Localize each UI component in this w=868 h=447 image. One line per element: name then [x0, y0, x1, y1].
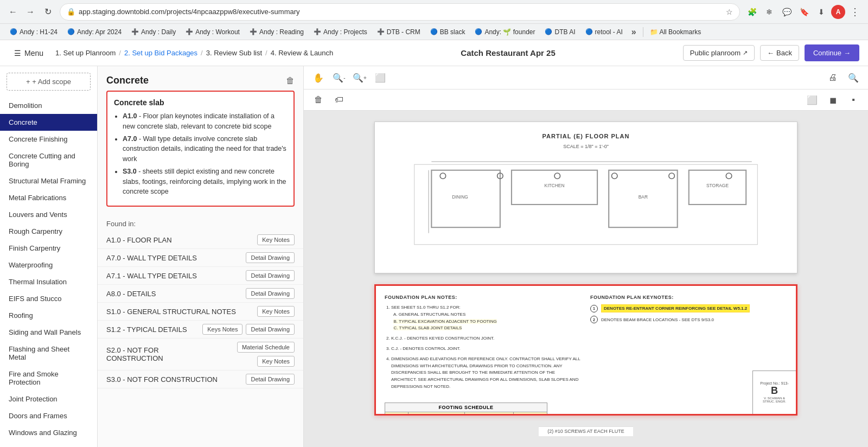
sidebar-item-walls[interactable]: Walls and Ceilings	[0, 441, 97, 447]
sidebar: + + Add scope Demolition Concrete Concre…	[0, 66, 98, 447]
bookmark-h124[interactable]: 🔵 Andy : H1-24	[5, 27, 62, 37]
print-button[interactable]: 🖨	[825, 69, 841, 86]
bookmarks-more-button[interactable]: »	[628, 26, 640, 38]
tag-key-notes[interactable]: Key Notes	[257, 234, 295, 245]
nav-buttons[interactable]: ← → ↻	[5, 4, 55, 20]
delete-page-button[interactable]: 🗑	[310, 92, 327, 108]
breadcrumb-step-2[interactable]: 2. Set up Bid Packages	[124, 49, 197, 57]
sidebar-item-louvers[interactable]: Louvers and Vents	[0, 206, 97, 223]
public-planroom-button[interactable]: Public planroom ↗	[683, 45, 755, 61]
chat-icon[interactable]: 💬	[779, 4, 794, 20]
view-toggle-2[interactable]: ◼	[825, 92, 841, 108]
reload-button[interactable]: ↻	[40, 4, 55, 20]
zoom-in-button[interactable]: 🔍+	[352, 69, 368, 86]
bookmark-apr2024[interactable]: 🔵 Andy: Apr 2024	[63, 27, 126, 37]
drawing-row-a70: A7.0 - WALL TYPE DETAILS Detail Drawing	[98, 249, 303, 267]
delete-scope-button[interactable]: 🗑	[286, 76, 295, 86]
forward-nav-button[interactable]: →	[23, 4, 38, 20]
breadcrumb-step-4[interactable]: 4. Review & Launch	[271, 49, 334, 57]
drawing-tags: Key Notes	[257, 234, 295, 245]
hand-tool-button[interactable]: ✋	[310, 69, 327, 86]
keynote-number-2: 2	[590, 316, 598, 323]
tag-material-schedule[interactable]: Material Schedule	[237, 342, 295, 353]
breadcrumb-sep-3: /	[265, 49, 267, 57]
back-button[interactable]: ← Back	[760, 45, 799, 61]
more-menu-button[interactable]: ⋮	[847, 4, 863, 20]
sidebar-item-concrete-finishing[interactable]: Concrete Finishing	[0, 131, 97, 148]
sidebar-item-structural-metal[interactable]: Structural Metal Framing	[0, 173, 97, 189]
star-icon[interactable]: ☆	[726, 8, 733, 16]
profile-button[interactable]: A	[831, 5, 845, 19]
sidebar-item-fire[interactable]: Fire and Smoke Protection	[0, 366, 97, 391]
sidebar-item-thermal[interactable]: Thermal Insulation	[0, 273, 97, 290]
sidebar-item-joint[interactable]: Joint Protection	[0, 391, 97, 407]
sidebar-item-concrete-cutting[interactable]: Concrete Cutting and Boring	[0, 148, 97, 173]
bookmark-retool[interactable]: 🔵 retool - AI	[581, 27, 627, 37]
firm-name: V. SCHWAN &STRUC. ENGR.	[763, 397, 786, 403]
arrow-left-icon: ←	[767, 49, 774, 57]
col-size: SIZE	[408, 412, 464, 416]
tag-detail-drawing-a71[interactable]: Detail Drawing	[246, 270, 295, 281]
add-scope-button[interactable]: + + Add scope	[7, 73, 91, 91]
drawing-row-a71: A7.1 - WALL TYPE DETAILS Detail Drawing	[98, 267, 303, 285]
foundation-plan-page: FOUNDATION PLAN NOTES: SEE SHEET S1.0 TH…	[374, 284, 797, 416]
drawing-tags-a71: Detail Drawing	[246, 270, 295, 281]
menu-label: Menu	[24, 49, 43, 58]
sidebar-item-rough-carpentry[interactable]: Rough Carpentry	[0, 223, 97, 240]
bookmark-founder[interactable]: 🔵 Andy: 🌱 founder	[470, 27, 539, 37]
footing-schedule-table: FOOTING SCHEDULE MARK SIZE REINFORCING R…	[385, 403, 547, 416]
url-input[interactable]	[79, 8, 723, 16]
fit-page-button[interactable]: ⬜	[372, 69, 388, 86]
tag-detail-drawing-a80[interactable]: Detail Drawing	[246, 288, 295, 299]
bookmark-slack[interactable]: 🔵 BB slack	[426, 27, 470, 37]
bookmark-crm[interactable]: ➕ DTB - CRM	[373, 27, 425, 37]
drawing-name-a70: A7.0 - WALL TYPE DETAILS	[106, 254, 197, 262]
tag-detail-drawing-s30[interactable]: Detail Drawing	[246, 374, 295, 385]
ai-analysis-title: Concrete slab	[114, 98, 287, 107]
address-bar[interactable]: 🔒 ☆	[60, 3, 740, 21]
drawing-row-s10: S1.0 - GENERAL STRUCTURAL NOTES Key Note…	[98, 303, 303, 321]
continue-button[interactable]: Continue →	[805, 44, 859, 61]
public-planroom-label: Public planroom	[690, 49, 741, 57]
bookmark-daily[interactable]: ➕ Andy : Daily	[127, 27, 180, 37]
tag-key-notes-s10[interactable]: Key Notes	[257, 306, 295, 317]
bookmark-dtb-ai[interactable]: 🔵 DTB AI	[540, 27, 579, 37]
view-toggle-1[interactable]: ⬜	[804, 92, 820, 108]
sidebar-item-roofing[interactable]: Roofing	[0, 307, 97, 324]
menu-button[interactable]: ☰ Menu	[9, 46, 49, 61]
sidebar-item-concrete[interactable]: Concrete	[0, 114, 97, 131]
sidebar-item-doors[interactable]: Doors and Frames	[0, 407, 97, 424]
view-toggle-3[interactable]: ▪	[845, 92, 861, 108]
zoom-out-button[interactable]: 🔍-	[331, 69, 347, 86]
breadcrumb: 1. Set up Planroom / 2. Set up Bid Packa…	[55, 49, 333, 57]
back-nav-button[interactable]: ←	[5, 4, 21, 20]
bookmark-reading[interactable]: ➕ Andy : Reading	[245, 27, 308, 37]
bookmark-projects[interactable]: ➕ Andy : Projects	[309, 27, 372, 37]
sidebar-item-demolition[interactable]: Demolition	[0, 97, 97, 114]
tag-key-notes-s12[interactable]: Keys Notes	[202, 324, 242, 335]
breadcrumb-step-3[interactable]: 3. Review Sub list	[206, 49, 262, 57]
search-button[interactable]: 🔍	[845, 69, 861, 86]
tag-detail-drawing-a70[interactable]: Detail Drawing	[246, 252, 295, 263]
sidebar-item-finish-carpentry[interactable]: Finish Carpentry	[0, 240, 97, 257]
tag-detail-drawing-s12[interactable]: Detail Drawing	[246, 324, 295, 335]
tag-key-notes-s20[interactable]: Key Notes	[257, 356, 295, 367]
tag-button[interactable]: 🏷	[331, 92, 347, 108]
sidebar-item-flashing[interactable]: Flashing and Sheet Metal	[0, 341, 97, 366]
extensions-icon[interactable]: 🧩	[744, 4, 760, 20]
sidebar-item-waterproofing[interactable]: Waterproofing	[0, 257, 97, 273]
bookmark-label-5: Andy : Reading	[259, 28, 304, 36]
browser-actions[interactable]: 🧩 ❄ 💬 🔖 ⬇ A ⋮	[744, 4, 863, 20]
sidebar-item-eifs[interactable]: EIFS and Stucco	[0, 290, 97, 307]
viewer-content[interactable]: PARTIAL (E) FLOOR PLAN SCALE = 1/8" = 1'…	[304, 111, 868, 447]
download-icon[interactable]: ⬇	[814, 4, 829, 20]
all-bookmarks-button[interactable]: 📁 All Bookmarks	[647, 27, 704, 37]
sidebar-item-windows[interactable]: Windows and Glazing	[0, 424, 97, 441]
breadcrumb-step-1[interactable]: 1. Set up Planroom	[55, 49, 116, 57]
middle-panel: Concrete 🗑 Concrete slab A1.0 - Floor pl…	[98, 66, 304, 447]
bookmark-icon[interactable]: 🔖	[796, 4, 812, 20]
snowflake-icon[interactable]: ❄	[762, 4, 777, 20]
sidebar-item-siding[interactable]: Siding and Wall Panels	[0, 324, 97, 341]
bookmark-workout[interactable]: ➕ Andy : Workout	[181, 27, 244, 37]
sidebar-item-metal-fab[interactable]: Metal Fabrications	[0, 189, 97, 206]
